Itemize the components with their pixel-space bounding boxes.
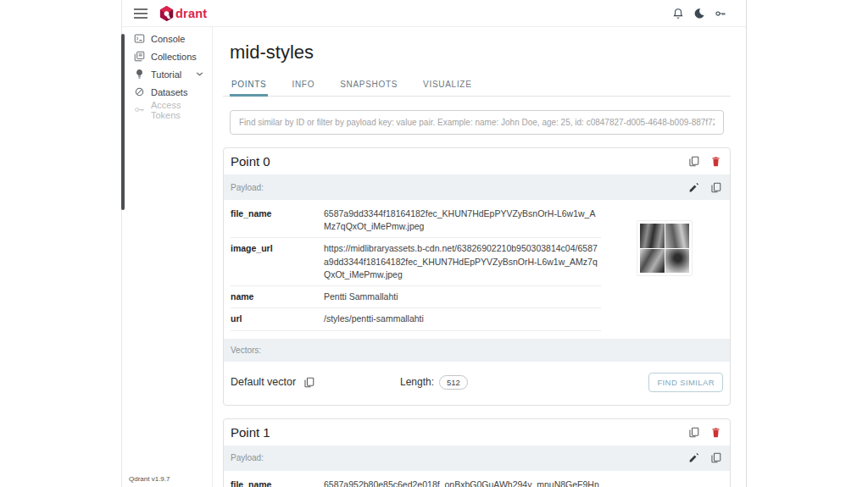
payload-key: name (231, 291, 324, 303)
sidebar-item-collections[interactable]: Collections (122, 47, 212, 65)
copy-payload-icon[interactable] (709, 452, 721, 464)
vectors-section-bar: Vectors: (224, 339, 730, 362)
api-key-icon[interactable] (715, 7, 727, 19)
tutorial-icon (134, 69, 145, 80)
payload-key: image_url (231, 242, 324, 281)
app-version-text: Qdrant v1.9.7 (129, 475, 170, 483)
tab-bar: POINTS INFO SNAPSHOTS VISUALIZE (223, 75, 731, 97)
vectors-label: Vectors: (231, 346, 261, 355)
sidebar-item-tutorial[interactable]: Tutorial (122, 65, 212, 83)
tab-snapshots[interactable]: SNAPSHOTS (338, 75, 399, 96)
payload-table: file_name 6587a9dd3344f18164182fec_KHUN7… (231, 203, 601, 331)
tab-points[interactable]: POINTS (230, 75, 268, 96)
copy-payload-icon[interactable] (709, 181, 721, 193)
payload-value: https://midlibraryassets.b-cdn.net/63826… (324, 242, 601, 281)
sidebar: Console Collections Tutorial (122, 27, 213, 487)
sidebar-item-datasets[interactable]: Datasets (122, 83, 212, 101)
qdrant-logo-icon (159, 6, 174, 21)
vector-row: Default vector Length: 512 FIND SIMILAR (224, 362, 730, 405)
thumbnail-photo-quadrant (665, 249, 690, 274)
point-card-0: Point 0 Payload: (223, 147, 731, 406)
main-content: mid-styles POINTS INFO SNAPSHOTS VISUALI… (213, 27, 746, 487)
vector-length-label: Length: (400, 376, 434, 388)
tab-info[interactable]: INFO (290, 75, 316, 96)
payload-row-file-name: file_name 6587a9dd3344f18164182fec_KHUN7… (231, 203, 601, 238)
find-similar-button[interactable]: FIND SIMILAR (648, 373, 723, 392)
copy-point-icon[interactable] (687, 156, 699, 168)
hamburger-menu-icon[interactable] (133, 8, 148, 19)
payload-row-file-name: file_name 6587a952b80e85c6ed2e018f_onBxb… (231, 474, 601, 487)
payload-key: file_name (231, 479, 324, 487)
search-input[interactable] (239, 118, 715, 127)
notifications-bell-icon[interactable] (672, 7, 685, 19)
sidebar-item-label: Tutorial (151, 69, 181, 80)
find-similar-search-box (230, 110, 724, 135)
sidebar-item-label: Access Tokens (151, 100, 205, 120)
delete-point-icon[interactable] (709, 426, 721, 438)
payload-table: file_name 6587a952b80e85c6ed2e018f_onBxb… (231, 474, 601, 487)
datasets-icon (134, 86, 145, 97)
payload-section-bar: Payload: (224, 445, 730, 471)
sidebar-item-access-tokens: Access Tokens (122, 101, 212, 119)
point-thumbnail (637, 220, 693, 276)
key-icon (134, 104, 145, 115)
vector-length-chip: 512 (439, 375, 468, 390)
vertical-scrollbar-thumb[interactable] (121, 34, 125, 210)
payload-value: /styles/pentti-sammallahti (324, 313, 601, 325)
sidebar-item-label: Datasets (151, 87, 187, 97)
tab-visualize[interactable]: VISUALIZE (421, 75, 473, 96)
vector-name: Default vector (231, 376, 296, 388)
payload-row-image-url: image_url https://midlibraryassets.b-cdn… (231, 238, 601, 286)
sidebar-item-console[interactable]: Console (122, 30, 212, 47)
chevron-down-icon[interactable] (194, 69, 205, 80)
payload-value: 6587a952b80e85c6ed2e018f_onBxbG0GuAWh294… (324, 479, 601, 487)
point-title: Point 1 (231, 425, 270, 440)
point-card-1: Point 1 Payload: (223, 418, 731, 487)
point-title: Point 0 (231, 154, 270, 169)
qdrant-logo[interactable]: drant (159, 6, 207, 21)
qdrant-logo-text: drant (175, 7, 207, 20)
copy-vector-icon[interactable] (303, 376, 314, 388)
collection-title: mid-styles (230, 42, 731, 64)
delete-point-icon[interactable] (709, 156, 721, 168)
edit-payload-icon[interactable] (687, 452, 699, 464)
top-app-bar: drant (122, 0, 746, 27)
payload-value: Pentti Sammallahti (324, 291, 601, 303)
edit-payload-icon[interactable] (687, 181, 699, 193)
collections-icon (134, 51, 145, 62)
payload-row-name: name Pentti Sammallahti (231, 286, 601, 308)
sidebar-item-label: Collections (151, 52, 197, 62)
thumbnail-photo-quadrant (640, 224, 665, 248)
thumbnail-photo-quadrant (665, 224, 690, 248)
copy-point-icon[interactable] (687, 426, 699, 438)
thumbnail-photo-quadrant (640, 249, 665, 274)
payload-section-bar: Payload: (224, 174, 730, 200)
payload-key: url (231, 313, 324, 325)
payload-label: Payload: (231, 183, 264, 192)
qdrant-dashboard-window: drant Console (121, 0, 747, 487)
dark-mode-moon-icon[interactable] (693, 7, 706, 19)
payload-value: 6587a9dd3344f18164182fec_KHUN7HdEpPYVZyB… (324, 208, 601, 233)
console-icon (134, 33, 145, 44)
payload-row-url: url /styles/pentti-sammallahti (231, 308, 601, 330)
payload-label: Payload: (231, 453, 264, 462)
payload-key: file_name (231, 208, 324, 233)
sidebar-item-label: Console (151, 34, 185, 44)
